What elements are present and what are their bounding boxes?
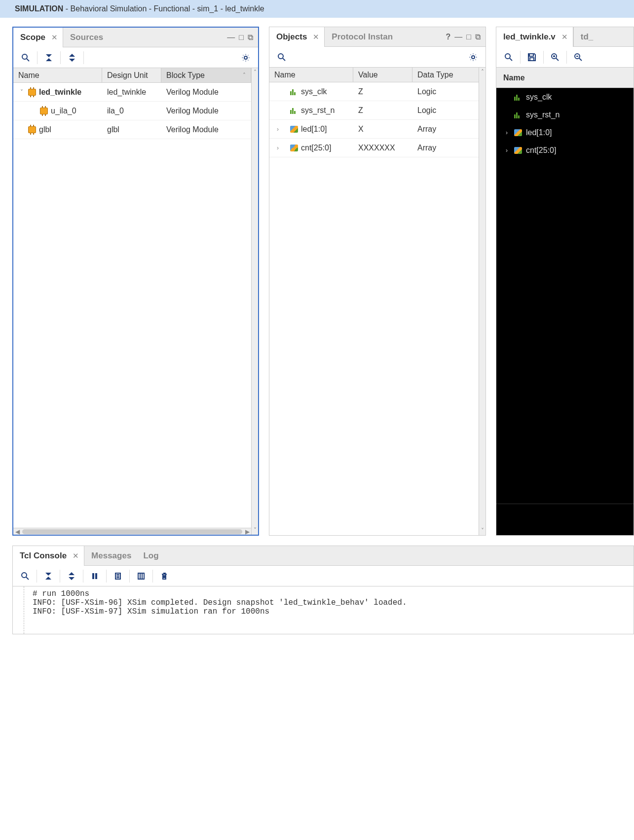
- maximize-icon[interactable]: □: [466, 33, 471, 41]
- chip-icon: [40, 108, 48, 114]
- tab-log[interactable]: Log: [136, 546, 163, 566]
- help-icon[interactable]: ?: [446, 33, 451, 41]
- search-icon[interactable]: [273, 49, 290, 66]
- tab-sources[interactable]: Sources: [63, 28, 108, 47]
- objects-table-header: Name Value Data Type: [269, 68, 479, 82]
- row-block-type: Verilog Module: [161, 125, 251, 134]
- signal-name: cnt[25:0]: [526, 146, 556, 155]
- row-design-unit: led_twinkle: [102, 88, 161, 97]
- scroll-up-icon[interactable]: ˄: [481, 69, 484, 75]
- signal-icon: [290, 107, 298, 114]
- scroll-left-icon[interactable]: ◀: [13, 528, 21, 535]
- tree-toggle-icon[interactable]: ›: [503, 129, 510, 136]
- tab-tcl-console[interactable]: Tcl Console ✕: [13, 546, 84, 566]
- v-scrollbar[interactable]: ˄˅: [251, 68, 258, 535]
- console-output[interactable]: # run 1000ns INFO: [USF-XSim-96] XSim co…: [13, 586, 634, 634]
- scroll-down-icon[interactable]: ˅: [481, 527, 484, 534]
- tree-toggle-icon[interactable]: ˅: [18, 89, 25, 96]
- table-row[interactable]: glblglblVerilog Module: [13, 120, 251, 139]
- console-tab-bar: Tcl Console ✕ Messages Log: [13, 546, 634, 566]
- close-icon[interactable]: ✕: [73, 551, 79, 560]
- pause-icon[interactable]: [86, 568, 103, 584]
- wave-signal-list: Name sys_clksys_rst_n›led[1:0]›cnt[25:0]: [496, 68, 634, 504]
- row-block-type: Verilog Module: [161, 88, 251, 97]
- wave-signal-row[interactable]: ›cnt[25:0]: [496, 142, 634, 159]
- search-icon[interactable]: [17, 49, 34, 66]
- gear-icon[interactable]: [465, 49, 482, 66]
- scroll-thumb[interactable]: [22, 529, 242, 534]
- tab-objects[interactable]: Objects ✕: [269, 27, 325, 47]
- svg-line-4: [283, 58, 285, 61]
- minimize-icon[interactable]: —: [454, 33, 462, 41]
- search-icon[interactable]: [17, 568, 34, 584]
- collapse-all-icon[interactable]: [40, 49, 57, 66]
- col-value[interactable]: Value: [353, 68, 412, 82]
- col-name[interactable]: Name: [13, 68, 102, 82]
- collapse-all-icon[interactable]: [40, 568, 57, 584]
- svg-rect-18: [95, 573, 97, 579]
- h-scrollbar[interactable]: ◀ ▶: [13, 528, 251, 535]
- signal-icon: [514, 94, 522, 101]
- scope-panel: Scope ✕ Sources — □ ⧉ N: [12, 27, 259, 536]
- clipboard-icon[interactable]: [110, 568, 126, 584]
- col-data-type[interactable]: Data Type: [412, 68, 479, 82]
- tree-toggle-icon[interactable]: ›: [274, 145, 281, 151]
- expand-all-icon[interactable]: [63, 568, 80, 584]
- table-row[interactable]: sys_rst_nZLogic: [269, 101, 479, 120]
- v-scrollbar[interactable]: ˄˅: [479, 68, 485, 535]
- table-row[interactable]: ›led[1:0]XArray: [269, 120, 479, 139]
- col-design-unit[interactable]: Design Unit: [102, 68, 161, 82]
- wave-toolbar: [496, 47, 634, 68]
- close-icon[interactable]: ✕: [313, 33, 319, 41]
- scroll-up-icon[interactable]: ˄: [254, 69, 257, 76]
- waveform-panel: led_twinkle.v ✕ td_ Name sys_clksys_rst_…: [496, 27, 634, 536]
- row-name: sys_rst_n: [301, 106, 335, 115]
- tab-protocol[interactable]: Protocol Instan: [325, 27, 398, 47]
- title-bar: SIMULATION - Behavioral Simulation - Fun…: [0, 0, 634, 18]
- trash-icon[interactable]: [156, 568, 173, 584]
- search-icon[interactable]: [500, 49, 517, 66]
- row-data-type: Array: [412, 125, 479, 134]
- tab-led-twinkle-v[interactable]: led_twinkle.v ✕: [496, 27, 573, 47]
- tab-scope[interactable]: Scope ✕: [13, 28, 63, 47]
- table-row[interactable]: sys_clkZLogic: [269, 82, 479, 101]
- svg-rect-17: [92, 573, 94, 579]
- tab-td[interactable]: td_: [573, 27, 598, 47]
- row-data-type: Array: [412, 144, 479, 152]
- col-block-type[interactable]: Block Type˄: [161, 68, 251, 82]
- tab-messages[interactable]: Messages: [84, 546, 136, 566]
- tree-toggle-icon[interactable]: ›: [274, 126, 281, 133]
- maximize-icon[interactable]: □: [239, 33, 244, 42]
- signal-icon: [514, 111, 522, 118]
- wave-signal-row[interactable]: sys_clk: [496, 88, 634, 106]
- table-row[interactable]: ›cnt[25:0]XXXXXXXArray: [269, 139, 479, 157]
- wave-signal-row[interactable]: ›led[1:0]: [496, 124, 634, 142]
- bus-icon: [290, 126, 298, 133]
- popout-icon[interactable]: ⧉: [248, 33, 253, 42]
- svg-point-0: [22, 54, 27, 59]
- row-value: Z: [353, 106, 412, 115]
- save-icon[interactable]: [523, 49, 540, 66]
- scroll-down-icon[interactable]: ˅: [254, 527, 257, 534]
- zoom-out-icon[interactable]: [570, 49, 587, 66]
- close-icon[interactable]: ✕: [51, 33, 58, 42]
- svg-point-15: [22, 573, 27, 578]
- col-name[interactable]: Name: [269, 68, 353, 82]
- close-icon[interactable]: ✕: [561, 33, 568, 41]
- tree-toggle-icon[interactable]: ›: [503, 147, 510, 154]
- expand-all-icon[interactable]: [64, 49, 80, 66]
- row-design-unit: glbl: [102, 125, 161, 134]
- wave-col-name[interactable]: Name: [496, 68, 634, 88]
- table-row[interactable]: ˅led_twinkleled_twinkleVerilog Module: [13, 83, 251, 102]
- zoom-in-icon[interactable]: [547, 49, 563, 66]
- table-row[interactable]: u_ila_0ila_0Verilog Module: [13, 102, 251, 120]
- scope-table-header: Name Design Unit Block Type˄: [13, 68, 251, 83]
- row-value: XXXXXXX: [353, 144, 412, 152]
- popout-icon[interactable]: ⧉: [475, 33, 481, 41]
- columns-icon[interactable]: [133, 568, 149, 584]
- wave-footer: [496, 504, 634, 535]
- scroll-right-icon[interactable]: ▶: [243, 528, 251, 535]
- gear-icon[interactable]: [237, 49, 254, 66]
- wave-signal-row[interactable]: sys_rst_n: [496, 106, 634, 124]
- minimize-icon[interactable]: —: [227, 33, 235, 42]
